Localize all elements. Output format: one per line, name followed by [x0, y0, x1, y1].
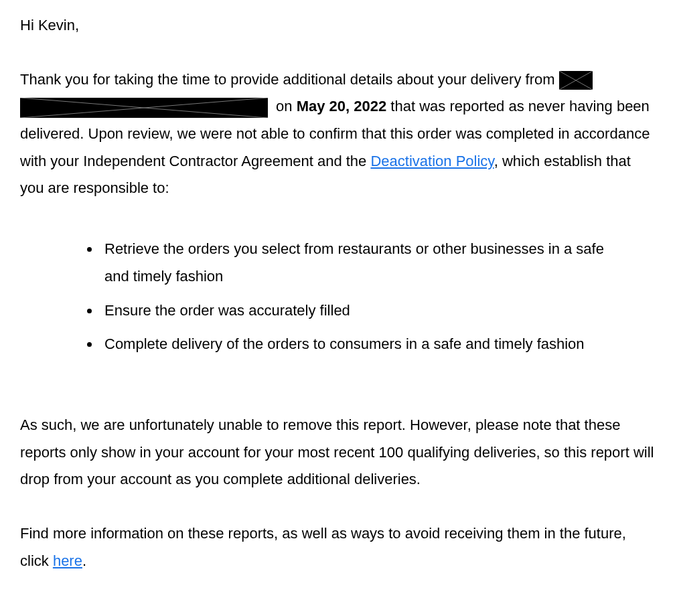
redacted-block-small	[559, 71, 593, 90]
more-info-suffix: .	[82, 552, 86, 569]
responsibilities-list: Retrieve the orders you select from rest…	[20, 236, 655, 358]
redacted-block-large	[20, 98, 268, 118]
conclusion-text: As such, we are unfortunately unable to …	[20, 416, 654, 487]
intro-text-part1: Thank you for taking the time to provide…	[20, 71, 555, 88]
intro-date: May 20, 2022	[297, 98, 387, 114]
greeting-text: Hi Kevin,	[20, 17, 79, 33]
deactivation-policy-link[interactable]: Deactivation Policy	[370, 153, 494, 169]
more-info-paragraph: Find more information on these reports, …	[20, 520, 655, 574]
email-body: Hi Kevin, Thank you for taking the time …	[0, 0, 675, 601]
list-item: Ensure the order was accurately filled	[100, 297, 655, 325]
greeting-line: Hi Kevin,	[20, 12, 655, 40]
intro-date-prefix: on	[272, 98, 297, 114]
more-info-link[interactable]: here	[53, 552, 82, 569]
list-item: Complete delivery of the orders to consu…	[100, 331, 655, 358]
more-info-prefix: Find more information on these reports, …	[20, 525, 626, 569]
intro-paragraph: Thank you for taking the time to provide…	[20, 66, 655, 202]
conclusion-paragraph: As such, we are unfortunately unable to …	[20, 412, 655, 493]
list-item: Retrieve the orders you select from rest…	[100, 236, 655, 290]
